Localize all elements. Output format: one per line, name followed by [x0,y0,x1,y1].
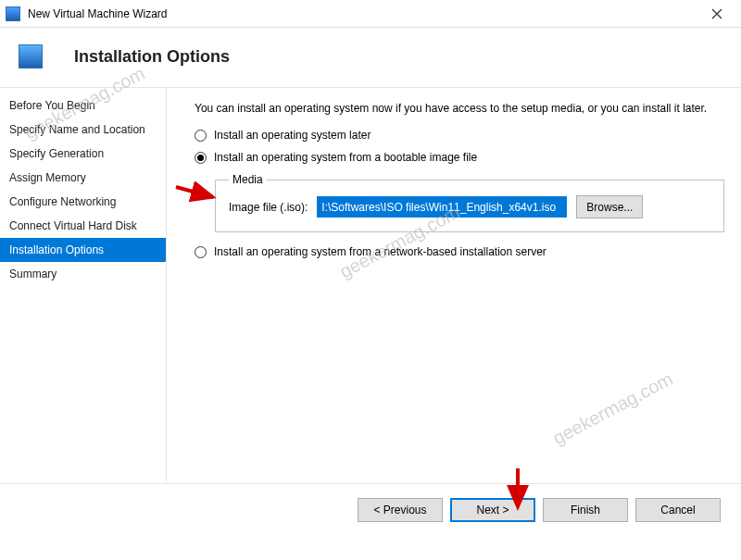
sidebar-item-label: Installation Options [9,243,104,256]
sidebar-item-label: Connect Virtual Hard Disk [9,219,137,232]
sidebar-item-specify-name[interactable]: Specify Name and Location [0,118,166,142]
close-button[interactable] [698,1,735,27]
sidebar-item-connect-vhd[interactable]: Connect Virtual Hard Disk [0,214,166,238]
radio-label: Install an operating system from a boota… [214,151,477,164]
window-title: New Virtual Machine Wizard [28,7,168,20]
media-legend: Media [229,173,267,186]
wizard-sidebar: Before You Begin Specify Name and Locati… [0,88,167,483]
browse-button[interactable]: Browse... [576,195,643,218]
sidebar-item-label: Summary [9,268,57,280]
sidebar-item-label: Specify Name and Location [9,123,145,136]
app-icon [6,6,20,21]
wizard-icon [19,44,43,68]
radio-icon [195,130,207,142]
radio-label: Install an operating system from a netwo… [214,245,546,258]
image-file-input[interactable]: I:\Softwares\ISO files\Win11_English_x64… [317,196,567,218]
radio-option-network-install[interactable]: Install an operating system from a netwo… [195,245,724,258]
sidebar-item-configure-networking[interactable]: Configure Networking [0,190,166,214]
cancel-button[interactable]: Cancel [635,498,721,522]
wizard-footer: < Previous Next > Finish Cancel [0,483,741,535]
sidebar-item-label: Specify Generation [9,147,104,160]
sidebar-item-before-you-begin[interactable]: Before You Begin [0,93,166,118]
radio-icon [195,152,207,164]
sidebar-item-label: Configure Networking [9,195,116,208]
page-title: Installation Options [74,47,230,67]
sidebar-item-specify-generation[interactable]: Specify Generation [0,142,166,166]
sidebar-item-label: Assign Memory [9,171,86,184]
image-file-label: Image file (.iso): [229,201,308,214]
radio-option-later[interactable]: Install an operating system later [195,129,724,142]
finish-button[interactable]: Finish [543,498,628,522]
wizard-body: Before You Begin Specify Name and Locati… [0,87,741,483]
intro-text: You can install an operating system now … [195,101,724,116]
sidebar-item-assign-memory[interactable]: Assign Memory [0,166,166,190]
sidebar-item-installation-options[interactable]: Installation Options [0,238,166,262]
wizard-content: You can install an operating system now … [167,88,741,483]
sidebar-item-label: Before You Begin [9,99,95,112]
media-fieldset: Media Image file (.iso): I:\Softwares\IS… [215,173,724,232]
radio-icon [195,246,207,258]
wizard-header: Installation Options [0,28,741,87]
radio-option-bootable-image[interactable]: Install an operating system from a boota… [195,151,724,164]
sidebar-item-summary[interactable]: Summary [0,262,166,286]
previous-button[interactable]: < Previous [358,498,443,522]
next-button[interactable]: Next > [450,498,535,522]
radio-label: Install an operating system later [214,129,370,142]
titlebar: New Virtual Machine Wizard [0,0,741,28]
